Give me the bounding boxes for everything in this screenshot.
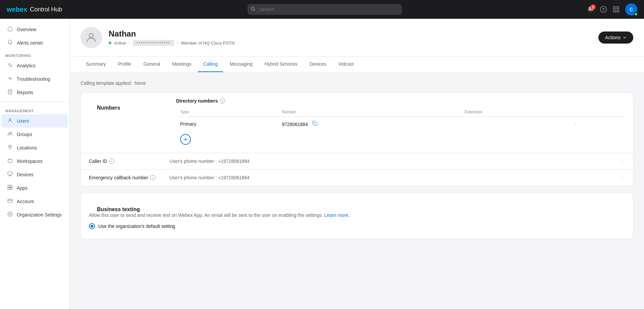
tab-hybrid-services[interactable]: Hybrid Services xyxy=(259,57,303,72)
radio-default-label: Use the organization's default setting xyxy=(98,224,175,229)
analytics-icon xyxy=(7,62,13,69)
sidebar-item-overview[interactable]: Overview xyxy=(1,23,68,36)
emergency-callback-label: Emergency callback number xyxy=(89,175,148,180)
sidebar-item-analytics[interactable]: Analytics xyxy=(1,59,68,72)
caller-id-label: Caller ID xyxy=(89,159,107,164)
devices-label: Devices xyxy=(17,172,34,177)
col-extension: Extension xyxy=(461,108,569,117)
tab-summary[interactable]: Summary xyxy=(80,57,111,72)
tab-messaging[interactable]: Messaging xyxy=(224,57,258,72)
caller-id-row[interactable]: Caller ID i User's phone number : +19728… xyxy=(81,153,633,169)
groups-label: Groups xyxy=(17,132,32,137)
app-subtitle: Control Hub xyxy=(30,6,62,13)
account-label: Account xyxy=(17,199,34,204)
svg-point-12 xyxy=(9,119,11,120)
sidebar-item-apps[interactable]: Apps xyxy=(1,181,68,195)
groups-icon xyxy=(7,131,13,138)
business-texting-description: Allow this user to send and receive text… xyxy=(89,212,625,218)
radio-button-default[interactable] xyxy=(89,223,95,229)
row-chevron xyxy=(569,117,625,132)
svg-rect-5 xyxy=(617,7,619,9)
radio-default-option[interactable]: Use the organization's default setting xyxy=(89,223,625,229)
notification-badge: 1 xyxy=(590,4,596,10)
svg-rect-28 xyxy=(314,123,317,126)
svg-rect-17 xyxy=(8,172,12,175)
svg-rect-7 xyxy=(617,10,619,12)
devices-icon xyxy=(7,171,13,178)
svg-point-15 xyxy=(9,146,10,147)
monitoring-section-label: MONITORING xyxy=(0,50,69,59)
sidebar-item-account[interactable]: Account xyxy=(1,195,68,208)
analytics-label: Analytics xyxy=(17,63,36,68)
table-row[interactable]: Primary 9728061884 xyxy=(176,117,625,132)
help-button[interactable]: ? xyxy=(600,6,607,13)
sidebar-item-locations[interactable]: Locations xyxy=(1,141,68,154)
online-status-indicator xyxy=(634,12,638,16)
svg-rect-23 xyxy=(10,188,12,190)
sidebar-item-reports[interactable]: Reports xyxy=(1,86,68,99)
svg-line-1 xyxy=(254,10,255,11)
sidebar-item-workspaces[interactable]: Workspaces xyxy=(1,154,68,168)
main-content: Users Nathan Active • •••••••••••••••• •… xyxy=(70,0,644,254)
caller-id-info-icon[interactable]: i xyxy=(109,159,114,164)
tab-devices[interactable]: Devices xyxy=(304,57,332,72)
alerts-icon xyxy=(7,40,13,46)
tab-vidcast[interactable]: Vidcast xyxy=(333,57,359,72)
actions-button[interactable]: Actions xyxy=(598,32,633,44)
sidebar-divider-1 xyxy=(0,102,69,102)
col-type: Type xyxy=(176,108,278,117)
management-section-label: MANAGEMENT xyxy=(0,105,69,114)
tabs-bar: Summary Profile General Meetings Calling… xyxy=(70,57,644,72)
search-input[interactable] xyxy=(248,4,402,15)
sidebar-item-org-settings[interactable]: Organization Settings xyxy=(1,208,68,222)
account-icon xyxy=(7,198,13,205)
caller-id-label-area: Caller ID i xyxy=(89,159,169,164)
numbers-section-title-area: Numbers xyxy=(89,98,163,147)
calling-content: Calling template applied: None Numbers D… xyxy=(70,72,644,254)
tab-calling[interactable]: Calling xyxy=(198,57,223,72)
notifications-button[interactable]: 1 xyxy=(587,6,594,13)
tab-profile[interactable]: Profile xyxy=(113,57,137,72)
learn-more-link[interactable]: Learn more. xyxy=(324,212,350,218)
row-type: Primary xyxy=(176,117,278,132)
reports-icon xyxy=(7,89,13,96)
emergency-callback-info-icon[interactable]: i xyxy=(150,175,156,180)
business-texting-title: Business texting xyxy=(89,200,625,212)
template-label: Calling template applied: xyxy=(80,80,132,86)
add-number-button[interactable] xyxy=(180,134,191,145)
numbers-title: Numbers xyxy=(89,98,163,111)
emergency-callback-row[interactable]: Emergency callback number i User's phone… xyxy=(81,169,633,186)
directory-numbers-info-icon[interactable]: i xyxy=(220,98,225,104)
sidebar-item-groups[interactable]: Groups xyxy=(1,128,68,141)
svg-rect-16 xyxy=(8,160,12,163)
sidebar-item-alerts[interactable]: Alerts center xyxy=(1,36,68,50)
template-value: None xyxy=(135,80,146,86)
top-navigation: webex Control Hub 1 ? xyxy=(0,0,644,19)
search-container xyxy=(248,4,402,15)
tab-meetings[interactable]: Meetings xyxy=(167,57,197,72)
sidebar-item-users[interactable]: Users xyxy=(1,114,68,128)
svg-rect-21 xyxy=(10,185,12,187)
tab-general[interactable]: General xyxy=(138,57,166,72)
users-icon xyxy=(7,118,13,124)
row-number: 9728061884 xyxy=(278,117,461,132)
numbers-table: Type Number Extension Primary 9728061884 xyxy=(176,108,625,131)
sidebar: Overview Alerts center MONITORING Analyt… xyxy=(0,19,70,254)
emergency-callback-value: User's phone number : +19728061884 xyxy=(169,175,620,180)
status-indicator xyxy=(109,42,111,44)
directory-numbers-label: Directory numbers xyxy=(176,98,218,104)
user-avatar-button[interactable]: C xyxy=(625,3,637,15)
svg-point-14 xyxy=(10,132,12,133)
org-settings-label: Organization Settings xyxy=(17,212,62,218)
user-org: Member of HQ Cisco PSTN xyxy=(181,41,235,46)
copy-number-icon[interactable] xyxy=(312,121,317,127)
troubleshooting-label: Troubleshooting xyxy=(17,76,50,82)
sidebar-item-troubleshooting[interactable]: Troubleshooting xyxy=(1,72,68,86)
numbers-right-panel: Directory numbers i Type Number Extensio… xyxy=(176,98,625,147)
sidebar-item-devices[interactable]: Devices xyxy=(1,168,68,181)
user-avatar xyxy=(80,27,102,48)
apps-button[interactable] xyxy=(612,6,620,13)
status-label: Active xyxy=(114,41,126,46)
apps-sidebar-icon xyxy=(7,185,13,191)
svg-point-27 xyxy=(89,34,93,38)
